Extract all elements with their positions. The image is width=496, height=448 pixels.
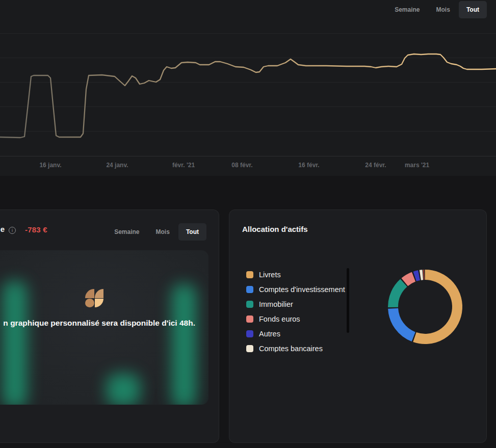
x-axis-label: 24 févr. [365,162,386,169]
allocation-card: Allocation d'actifs Livrets Comptes d'in… [229,209,487,443]
x-axis-label: févr. '21 [172,162,195,169]
performance-value: -783 € [25,225,47,234]
donut-segment[interactable] [420,275,423,275]
legend-swatch [246,330,253,337]
placeholder-bar [172,284,196,405]
legend-swatch [246,286,253,293]
logo-dot [85,299,94,308]
legend-swatch [246,301,253,308]
donut-segment[interactable] [405,277,414,282]
legend-item-comptes-bancaires[interactable]: Comptes bancaires [246,341,351,352]
range-button-semaine[interactable]: Semaine [387,1,427,18]
placeholder-bar [3,281,27,405]
finary-logo-icon [85,289,103,307]
range-button-mois[interactable]: Mois [148,223,177,241]
range-button-tout[interactable]: Tout [459,1,487,18]
x-axis-label: 16 févr. [298,162,319,169]
legend-label: Autres [259,330,280,338]
legend-swatch [246,345,253,352]
donut-segment[interactable] [393,308,413,336]
range-button-tout[interactable]: Tout [178,223,206,241]
legend-label: Immobilier [259,300,293,308]
logo-petal [95,289,104,298]
placeholder-message: n graphique personnalisé sera disponible… [3,319,195,328]
donut-segment[interactable] [393,283,404,307]
info-icon[interactable] [9,227,16,234]
dashboard-page: 16 janv.24 janv.févr. '2108 févr.16 févr… [0,0,496,448]
top-range-selector: Semaine Mois Tout [387,1,487,18]
legend-item-immobilier[interactable]: Immobilier [246,297,351,311]
donut-segment[interactable] [415,275,419,276]
networth-chart-section: 16 janv.24 janv.févr. '2108 févr.16 févr… [0,0,496,176]
legend-scrollbar[interactable] [347,268,349,333]
performance-card-title-fragment: e [0,225,5,233]
legend-item-autres[interactable]: Autres [246,326,351,341]
legend-item-livrets[interactable]: Livrets [246,267,351,282]
performance-card: e -783 € Semaine Mois Tout n graphique p… [0,209,219,443]
legend-label: Livrets [259,271,281,279]
chart-placeholder-overlay: n graphique personnalisé sera disponible… [0,250,208,405]
networth-line [0,54,496,138]
legend-swatch [246,271,253,278]
donut-segment[interactable] [414,275,457,339]
allocation-legend: Livrets Comptes d'investissement Immobil… [246,267,351,352]
legend-item-comptes-investissement[interactable]: Comptes d'investissement [246,282,351,297]
allocation-donut-chart [383,265,467,349]
range-button-mois[interactable]: Mois [429,1,458,18]
legend-label: Comptes bancaires [259,345,323,353]
x-axis-label: 08 févr. [231,162,252,169]
x-axis-label: 16 janv. [39,162,61,169]
legend-swatch [246,315,253,323]
logo-petal [85,289,94,298]
placeholder-bar [107,374,140,405]
performance-range-selector: Semaine Mois Tout [107,223,206,241]
range-button-semaine[interactable]: Semaine [107,223,147,241]
allocation-card-title: Allocation d'actifs [242,225,308,233]
logo-petal [95,299,104,308]
networth-line-chart[interactable] [0,0,496,176]
legend-item-fonds-euros[interactable]: Fonds euros [246,311,351,326]
legend-label: Fonds euros [259,315,300,323]
x-axis-label: 24 janv. [106,162,128,169]
x-axis-label: mars '21 [405,162,429,169]
legend-label: Comptes d'investissement [259,285,345,294]
